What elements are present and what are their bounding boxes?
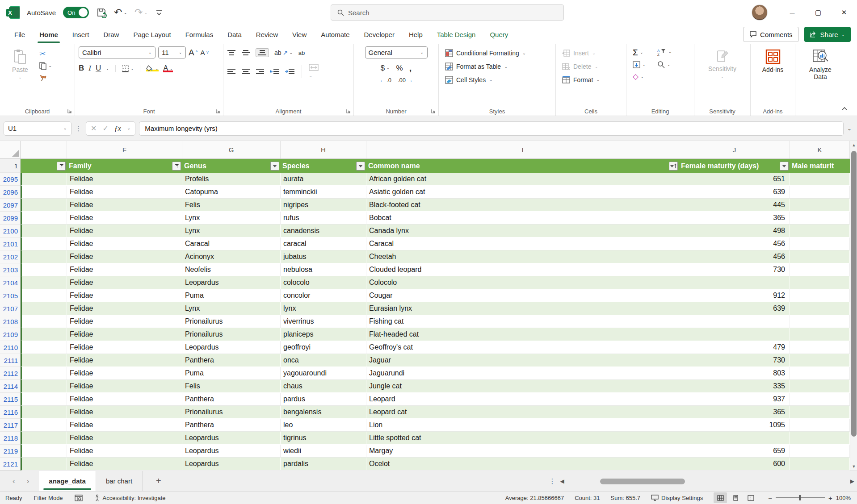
comma-style-icon[interactable]: ,: [409, 63, 412, 73]
cell-genus[interactable]: Panthera: [182, 419, 281, 432]
normal-view-icon[interactable]: [714, 492, 727, 503]
cell-species[interactable]: jubatus: [281, 250, 366, 263]
cell-species[interactable]: leo: [281, 419, 366, 432]
cell-blank[interactable]: [21, 315, 67, 328]
cell-family[interactable]: Felidae: [67, 406, 182, 419]
increase-indent-icon[interactable]: [285, 68, 295, 75]
orientation-icon[interactable]: ab↗⌄: [274, 49, 293, 56]
clipboard-dialog-launcher-icon[interactable]: [67, 108, 72, 114]
cell-species[interactable]: pardus: [281, 393, 366, 406]
row-number-2104[interactable]: 2104: [0, 276, 21, 289]
expand-formula-bar-icon[interactable]: ⌄: [847, 125, 853, 132]
ribbon-tab-table-design[interactable]: Table Design: [430, 25, 483, 44]
cut-icon[interactable]: ✂: [39, 50, 52, 58]
cell-genus[interactable]: Leopardus: [182, 276, 281, 289]
sheet-tab-bar-chart[interactable]: bar chart: [96, 471, 143, 492]
cell-genus[interactable]: Leopardus: [182, 458, 281, 471]
filter-dropdown-icon[interactable]: [270, 162, 279, 171]
horizontal-scrollbar[interactable]: [569, 479, 846, 484]
cell-male-maturity[interactable]: [790, 237, 850, 250]
cell-family[interactable]: Felidae: [67, 302, 182, 315]
accessibility-status[interactable]: Accessibility: Investigate: [94, 495, 166, 501]
cell-common-name[interactable]: Margay: [366, 445, 679, 458]
fill-icon[interactable]: ⌄: [633, 61, 646, 68]
cell-genus[interactable]: Lynx: [182, 302, 281, 315]
cell-genus[interactable]: Lynx: [182, 212, 281, 225]
cell-family[interactable]: Felidae: [67, 186, 182, 199]
row-number-2117[interactable]: 2117: [0, 419, 21, 432]
ribbon-tab-automate[interactable]: Automate: [314, 25, 357, 44]
insert-function-icon[interactable]: ƒx: [114, 125, 121, 133]
wrap-text-icon[interactable]: ab: [298, 50, 305, 56]
page-layout-view-icon[interactable]: [729, 492, 742, 503]
filter-applied-icon[interactable]: [172, 162, 181, 171]
cell-female-maturity[interactable]: 937: [679, 393, 790, 406]
filter-dropdown-icon[interactable]: [780, 162, 789, 171]
cell-species[interactable]: geoffroyi: [281, 341, 366, 354]
cell-male-maturity[interactable]: [790, 458, 850, 471]
row-number-2102[interactable]: 2102: [0, 250, 21, 263]
row-number-2111[interactable]: 2111: [0, 354, 21, 367]
clear-icon[interactable]: ◇⌄: [633, 73, 646, 80]
minimize-button[interactable]: ─: [779, 0, 805, 25]
column-header-partial[interactable]: [21, 141, 67, 158]
sensitivity-button[interactable]: Sensitivity ⌄: [706, 46, 739, 106]
merge-center-icon[interactable]: ⌄: [309, 64, 319, 79]
format-as-table-button[interactable]: Format as Table⌄: [445, 60, 552, 73]
cell-family[interactable]: Felidae: [67, 393, 182, 406]
cell-female-maturity[interactable]: 479: [679, 341, 790, 354]
cell-genus[interactable]: Lynx: [182, 225, 281, 237]
cell-species[interactable]: tigrinus: [281, 432, 366, 445]
ribbon-tab-help[interactable]: Help: [402, 25, 430, 44]
row-number-2101[interactable]: 2101: [0, 237, 21, 250]
cell-blank[interactable]: [21, 341, 67, 354]
autosum-icon[interactable]: Σ⌄: [633, 48, 646, 57]
cell-genus[interactable]: Prionailurus: [182, 328, 281, 341]
column-header-F[interactable]: F: [67, 141, 182, 158]
cell-species[interactable]: lynx: [281, 302, 366, 315]
italic-button[interactable]: I: [88, 64, 91, 73]
excel-app-icon[interactable]: X: [6, 6, 20, 19]
increase-decimal-icon[interactable]: ←.0: [379, 77, 391, 83]
fill-color-icon[interactable]: ⌄: [146, 65, 159, 71]
cell-female-maturity[interactable]: [679, 315, 790, 328]
number-dialog-launcher-icon[interactable]: [431, 108, 436, 114]
copy-icon[interactable]: ⌄: [39, 62, 52, 70]
ribbon-tab-file[interactable]: File: [7, 25, 32, 44]
cell-male-maturity[interactable]: [790, 276, 850, 289]
cell-female-maturity[interactable]: 639: [679, 186, 790, 199]
row-number-2118[interactable]: 2118: [0, 432, 21, 445]
cell-genus[interactable]: Neofelis: [182, 263, 281, 276]
cell-genus[interactable]: Felis: [182, 380, 281, 393]
cell-genus[interactable]: Leopardus: [182, 341, 281, 354]
row-number-2109[interactable]: 2109: [0, 328, 21, 341]
cancel-icon[interactable]: ✕: [91, 124, 97, 133]
cell-species[interactable]: temminckii: [281, 186, 366, 199]
font-dialog-launcher-icon[interactable]: [215, 108, 221, 114]
conditional-formatting-button[interactable]: Conditional Formatting⌄: [445, 46, 552, 60]
cell-family[interactable]: Felidae: [67, 199, 182, 212]
cell-styles-button[interactable]: Cell Styles⌄: [445, 73, 552, 87]
cell-common-name[interactable]: Jungle cat: [366, 380, 679, 393]
cell-blank[interactable]: [21, 419, 67, 432]
number-format-select[interactable]: General⌄: [365, 46, 428, 58]
cell-common-name[interactable]: Fishing cat: [366, 315, 679, 328]
cell-male-maturity[interactable]: [790, 199, 850, 212]
cell-common-name[interactable]: Eurasian lynx: [366, 302, 679, 315]
zoom-in-icon[interactable]: +: [828, 494, 832, 502]
cell-common-name[interactable]: Black-footed cat: [366, 199, 679, 212]
cell-genus[interactable]: Leopardus: [182, 432, 281, 445]
cell-family[interactable]: Felidae: [67, 173, 182, 186]
cell-common-name[interactable]: Caracal: [366, 237, 679, 250]
row-number-2099[interactable]: 2099: [0, 212, 21, 225]
underline-button[interactable]: U: [96, 64, 101, 73]
find-select-icon[interactable]: ⌄: [657, 61, 672, 68]
decrease-decimal-icon[interactable]: .00→: [398, 77, 413, 83]
table-header-cell-common-name[interactable]: Common name: [366, 159, 679, 173]
name-box[interactable]: U1 ⌄: [4, 121, 71, 136]
cell-genus[interactable]: Puma: [182, 289, 281, 302]
filter-dropdown-icon[interactable]: [356, 162, 365, 171]
cell-species[interactable]: onca: [281, 354, 366, 367]
cell-male-maturity[interactable]: [790, 302, 850, 315]
cell-male-maturity[interactable]: [790, 328, 850, 341]
